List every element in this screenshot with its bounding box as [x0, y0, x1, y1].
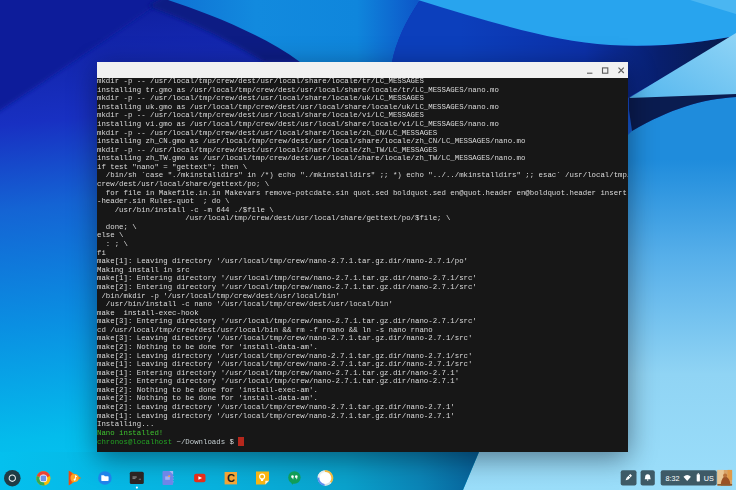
svg-text:C: C — [227, 472, 235, 484]
svg-text:US: US — [704, 474, 714, 483]
svg-text:8:32: 8:32 — [666, 474, 680, 483]
